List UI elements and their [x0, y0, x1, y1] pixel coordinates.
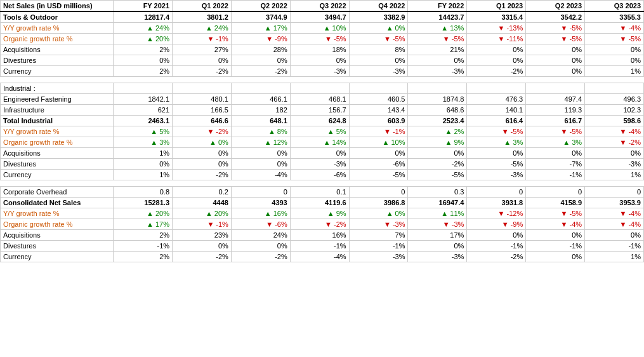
financial-table: Net Sales (in USD millions)FY 2021Q1 202…	[0, 0, 644, 262]
data-cell: ▼ -1%	[349, 126, 408, 137]
empty-cell	[467, 77, 526, 83]
period-header-Q1-2023: Q1 2023	[467, 1, 526, 12]
data-cell	[408, 83, 467, 94]
data-cell: ▲ 13%	[408, 23, 467, 34]
data-cell: 3355.3	[585, 11, 644, 23]
data-cell: 0%	[467, 44, 526, 55]
data-cell: ▼ -5%	[526, 208, 585, 219]
data-cell: ▼ -9%	[231, 34, 290, 44]
data-cell: 624.8	[290, 116, 349, 126]
empty-cell	[526, 77, 585, 83]
data-cell: ▲ 9%	[290, 208, 349, 219]
data-cell: 0%	[408, 148, 467, 159]
data-cell: 0%	[408, 241, 467, 252]
data-cell: ▲ 11%	[408, 208, 467, 219]
data-cell: 3931.8	[467, 198, 526, 208]
data-cell: -1%	[349, 241, 408, 252]
data-cell: 1874.8	[408, 94, 467, 105]
row-label: Corporate Overhead	[1, 187, 114, 198]
data-cell	[467, 83, 526, 94]
table-row: Acquisitions1%0%0%0%0%0%0%0%0%	[1, 148, 644, 159]
data-cell: 23%	[173, 230, 232, 241]
data-cell: 497.4	[526, 94, 585, 105]
data-cell: ▼ -2%	[290, 219, 349, 230]
empty-cell	[290, 77, 349, 83]
data-cell: ▼ -1%	[173, 219, 232, 230]
data-cell: ▲ 3%	[467, 137, 526, 148]
data-cell	[585, 83, 644, 94]
data-cell: 14423.7	[408, 11, 467, 23]
data-cell: 0%	[173, 241, 232, 252]
empty-cell	[290, 180, 349, 187]
data-cell: -3%	[585, 159, 644, 170]
row-label: Divestures	[1, 241, 114, 252]
data-cell: 0%	[585, 148, 644, 159]
data-cell: 0%	[114, 55, 173, 66]
data-cell: 21%	[408, 44, 467, 55]
data-cell: ▼ -5%	[467, 126, 526, 137]
data-cell: 0%	[231, 55, 290, 66]
data-cell: ▼ -5%	[526, 126, 585, 137]
period-header-Q1-2022: Q1 2022	[173, 1, 232, 12]
table-row: Acquisitions2%23%24%16%7%17%0%0%0%	[1, 230, 644, 241]
data-cell	[526, 83, 585, 94]
data-cell: 3801.2	[173, 11, 232, 23]
data-cell: 3315.4	[467, 11, 526, 23]
table-row: Acquisitions2%27%28%18%8%21%0%0%0%	[1, 44, 644, 55]
data-cell: ▼ -9%	[467, 219, 526, 230]
data-cell: ▲ 9%	[408, 137, 467, 148]
table-row: Corporate Overhead0.80.200.100.3000	[1, 187, 644, 198]
table-row: Tools & Outdoor12817.43801.23744.93494.7…	[1, 11, 644, 23]
data-cell: 0%	[290, 55, 349, 66]
row-label: Industrial :	[1, 83, 114, 94]
row-label: Acquisitions	[1, 230, 114, 241]
data-cell: 460.5	[349, 94, 408, 105]
data-cell: 496.3	[585, 94, 644, 105]
data-cell	[114, 83, 173, 94]
data-cell: 27%	[173, 44, 232, 55]
data-cell: ▲ 16%	[231, 208, 290, 219]
data-cell: ▼ -11%	[467, 34, 526, 44]
period-header-Q2-2023: Q2 2023	[526, 1, 585, 12]
data-cell: ▲ 10%	[349, 137, 408, 148]
empty-cell	[173, 77, 232, 83]
data-cell: 16947.4	[408, 198, 467, 208]
data-cell: 646.6	[173, 116, 232, 126]
data-cell: 24%	[231, 230, 290, 241]
data-cell: 598.6	[585, 116, 644, 126]
data-cell: 2%	[114, 44, 173, 55]
data-cell: 3986.8	[349, 198, 408, 208]
row-label: Organic growth rate %	[1, 219, 114, 230]
data-cell: 480.1	[173, 94, 232, 105]
data-cell: 2%	[114, 230, 173, 241]
data-cell: ▲ 14%	[290, 137, 349, 148]
row-label: Currency	[1, 66, 114, 77]
period-header-Q4-2022: Q4 2022	[349, 1, 408, 12]
row-label: Currency	[1, 252, 114, 262]
row-label: Divestures	[1, 159, 114, 170]
data-cell: ▼ -4%	[585, 219, 644, 230]
column-label-header: Net Sales (in USD millions)	[1, 1, 114, 12]
data-cell: -3%	[408, 252, 467, 262]
data-cell: 166.5	[173, 105, 232, 116]
data-cell: 1%	[585, 170, 644, 180]
data-cell: ▲ 17%	[231, 23, 290, 34]
data-cell: ▼ -4%	[585, 126, 644, 137]
data-cell: 0.2	[173, 187, 232, 198]
data-cell: ▼ -6%	[231, 219, 290, 230]
data-cell: -6%	[290, 170, 349, 180]
data-cell: -3%	[349, 252, 408, 262]
data-cell: ▼ -5%	[526, 23, 585, 34]
data-cell: 0%	[585, 230, 644, 241]
data-cell: 648.6	[408, 105, 467, 116]
data-cell: 0	[349, 187, 408, 198]
table-row: Currency1%-2%-4%-6%-5%-5%-3%-1%1%	[1, 170, 644, 180]
data-cell: 0%	[526, 148, 585, 159]
data-cell: 8%	[349, 44, 408, 55]
table-row: Y/Y growth rate %▲ 24%▲ 24%▲ 17%▲ 10%▲ 0…	[1, 23, 644, 34]
empty-cell	[585, 180, 644, 187]
data-cell: ▲ 24%	[114, 23, 173, 34]
data-cell: 616.7	[526, 116, 585, 126]
table-row	[1, 180, 644, 187]
data-cell: 0%	[526, 55, 585, 66]
